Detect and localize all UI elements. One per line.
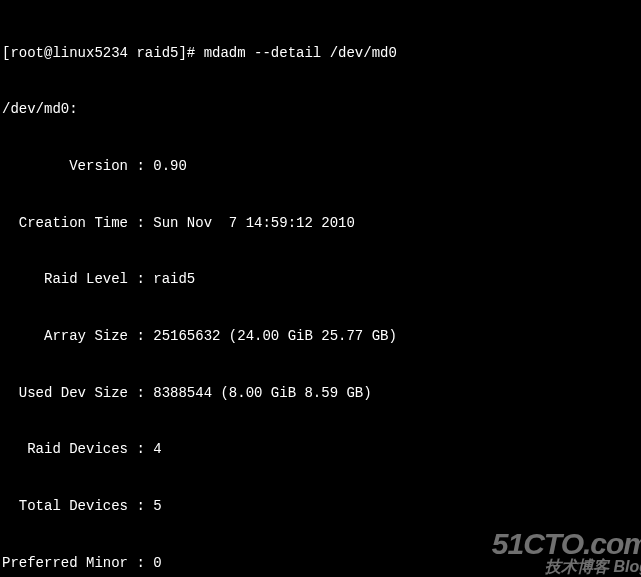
val-ctime: Sun Nov 7 14:59:12 2010	[153, 215, 355, 231]
field-ctime: Creation Time : Sun Nov 7 14:59:12 2010	[2, 214, 639, 233]
field-version: Version : 0.90	[2, 157, 639, 176]
val-raid-devices: 4	[153, 441, 161, 457]
field-array-size: Array Size : 25165632 (24.00 GiB 25.77 G…	[2, 327, 639, 346]
val-total-devices: 5	[153, 498, 161, 514]
terminal-output: [root@linux5234 raid5]# mdadm --detail /…	[2, 6, 639, 577]
field-used-dev: Used Dev Size : 8388544 (8.00 GiB 8.59 G…	[2, 384, 639, 403]
device-header: /dev/md0:	[2, 100, 639, 119]
val-version: 0.90	[153, 158, 187, 174]
prompt-line: [root@linux5234 raid5]# mdadm --detail /…	[2, 44, 639, 63]
val-array-size: 25165632 (24.00 GiB 25.77 GB)	[153, 328, 397, 344]
field-total-devices: Total Devices : 5	[2, 497, 639, 516]
field-raid-devices: Raid Devices : 4	[2, 440, 639, 459]
val-raid-level: raid5	[153, 271, 195, 287]
field-pref-minor: Preferred Minor : 0	[2, 554, 639, 573]
val-pref-minor: 0	[153, 555, 161, 571]
field-raid-level: Raid Level : raid5	[2, 270, 639, 289]
val-used-dev: 8388544 (8.00 GiB 8.59 GB)	[153, 385, 371, 401]
